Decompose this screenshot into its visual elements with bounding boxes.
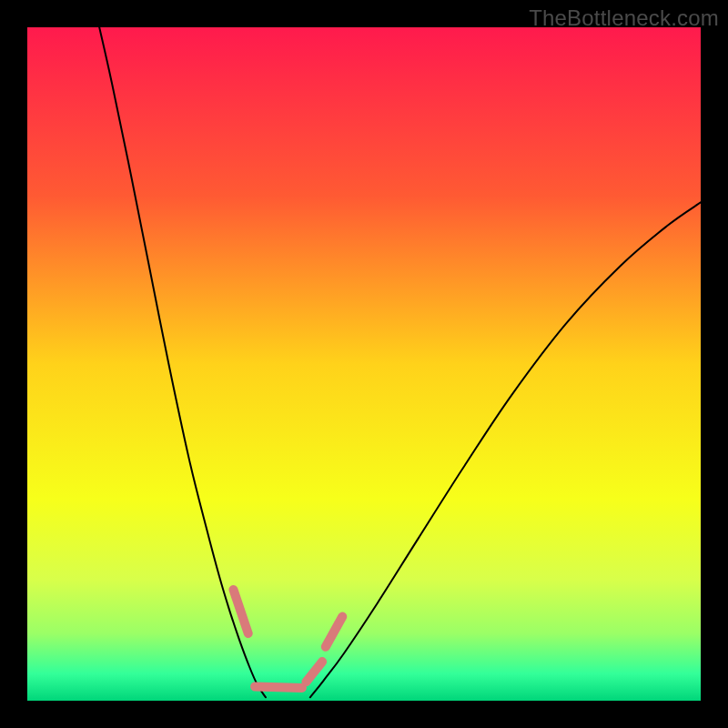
chart-frame: TheBottleneck.com: [0, 0, 728, 728]
background-gradient: [27, 27, 701, 701]
chart-svg: [27, 27, 701, 701]
overlay-mark-1: [255, 686, 302, 687]
plot-area: [27, 27, 701, 701]
